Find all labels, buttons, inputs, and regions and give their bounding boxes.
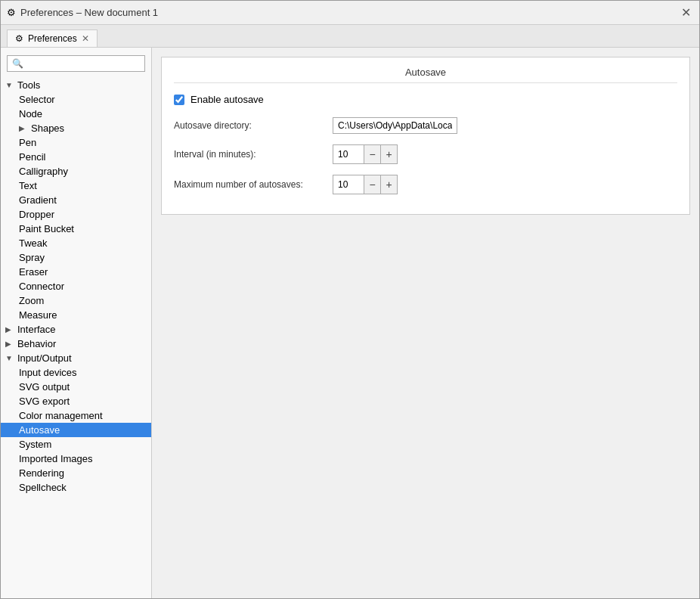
sidebar-item-label-eraser: Eraser <box>19 266 48 278</box>
enable-autosave-checkbox[interactable] <box>174 95 184 105</box>
sidebar-item-label-input-output: Input/Output <box>17 352 72 364</box>
sidebar-item-text[interactable]: Text <box>1 178 151 193</box>
content-area: Autosave Enable autosave Autosave direct… <box>152 48 699 598</box>
interval-decrement-button[interactable]: − <box>364 145 380 163</box>
sidebar-item-svg-export[interactable]: SVG export <box>1 394 151 408</box>
sidebar-item-svg-output[interactable]: SVG output <box>1 380 151 394</box>
sidebar-item-label-gradient: Gradient <box>19 194 57 206</box>
search-box: 🔍 <box>7 55 145 72</box>
sidebar-item-gradient[interactable]: Gradient <box>1 193 151 207</box>
expand-icon-tools: ▼ <box>5 81 14 89</box>
sidebar-item-label-dropper: Dropper <box>19 209 54 220</box>
sidebar-item-selector[interactable]: Selector <box>1 92 151 107</box>
sidebar-item-label-calligraphy: Calligraphy <box>19 166 68 177</box>
sidebar-item-spellcheck[interactable]: Spellcheck <box>1 480 151 495</box>
search-input[interactable] <box>26 58 140 69</box>
sidebar-item-label-rendering: Rendering <box>19 467 64 479</box>
preferences-window: ⚙ Preferences – New document 1 ✕ ⚙ Prefe… <box>0 0 700 599</box>
sidebar-item-label-selector: Selector <box>19 94 55 105</box>
sidebar-item-measure[interactable]: Measure <box>1 308 151 322</box>
autosave-directory-row: Autosave directory: <box>174 117 677 134</box>
sidebar-item-label-spray: Spray <box>19 252 45 263</box>
sidebar-item-label-pencil: Pencil <box>19 151 45 163</box>
sidebar-item-label-system: System <box>19 439 51 450</box>
tab-icon: ⚙ <box>15 33 23 44</box>
sidebar-item-imported-images[interactable]: Imported Images <box>1 452 151 466</box>
interval-row: Interval (in minutes): − + <box>174 144 677 164</box>
sidebar-item-color-management[interactable]: Color management <box>1 408 151 423</box>
sidebar-item-label-spellcheck: Spellcheck <box>19 482 67 493</box>
interval-label: Interval (in minutes): <box>174 149 325 160</box>
sidebar-item-pencil[interactable]: Pencil <box>1 150 151 164</box>
expand-icon-interface: ▶ <box>5 325 14 334</box>
expand-icon-shapes: ▶ <box>19 124 28 132</box>
sidebar-item-label-paint-bucket: Paint Bucket <box>19 223 74 234</box>
max-autosaves-row: Maximum number of autosaves: − + <box>174 175 677 194</box>
max-autosaves-label: Maximum number of autosaves: <box>174 179 325 190</box>
sidebar-item-input-devices[interactable]: Input devices <box>1 365 151 380</box>
app-icon: ⚙ <box>7 7 16 18</box>
sidebar-item-label-tweak: Tweak <box>19 237 48 249</box>
sidebar-item-label-autosave: Autosave <box>19 424 60 436</box>
sidebar-item-label-input-devices: Input devices <box>19 367 77 378</box>
sidebar-item-label-node: Node <box>19 108 42 119</box>
autosave-panel: Autosave Enable autosave Autosave direct… <box>161 57 690 215</box>
sidebar-item-eraser[interactable]: Eraser <box>1 265 151 279</box>
sidebar-item-shapes[interactable]: ▶ Shapes <box>1 121 151 135</box>
sidebar-item-label-interface: Interface <box>17 324 56 335</box>
sidebar-item-label-tools: Tools <box>17 79 40 91</box>
search-icon: 🔍 <box>12 58 23 69</box>
sidebar-item-label-svg-export: SVG export <box>19 396 70 407</box>
sidebar-item-label-imported-images: Imported Images <box>19 453 93 464</box>
sidebar-item-tools[interactable]: ▼ Tools <box>1 78 151 92</box>
sidebar-item-label-text: Text <box>19 180 37 191</box>
sidebar: 🔍 ▼ Tools Selector Node ▶ Shapes Pen <box>1 48 152 598</box>
sidebar-item-dropper[interactable]: Dropper <box>1 207 151 222</box>
section-title: Autosave <box>174 67 677 83</box>
sidebar-item-input-output[interactable]: ▼ Input/Output <box>1 351 151 365</box>
interval-control: − + <box>333 144 398 164</box>
sidebar-item-label-behavior: Behavior <box>17 338 56 349</box>
max-autosaves-input[interactable] <box>333 177 364 192</box>
enable-autosave-row: Enable autosave <box>174 94 677 105</box>
sidebar-item-zoom[interactable]: Zoom <box>1 293 151 308</box>
max-autosaves-decrement-button[interactable]: − <box>364 175 380 194</box>
sidebar-item-connector[interactable]: Connector <box>1 279 151 293</box>
enable-autosave-label: Enable autosave <box>190 94 264 105</box>
sidebar-item-label-svg-output: SVG output <box>19 381 70 393</box>
titlebar: ⚙ Preferences – New document 1 ✕ <box>1 1 699 25</box>
tab-bar: ⚙ Preferences ✕ <box>1 25 699 48</box>
sidebar-item-label-pen: Pen <box>19 137 36 148</box>
sidebar-item-tweak[interactable]: Tweak <box>1 236 151 250</box>
tab-preferences[interactable]: ⚙ Preferences ✕ <box>7 29 98 47</box>
expand-icon-behavior: ▶ <box>5 340 14 348</box>
interval-increment-button[interactable]: + <box>380 145 397 163</box>
sidebar-item-label-zoom: Zoom <box>19 295 44 306</box>
sidebar-item-autosave[interactable]: Autosave <box>1 423 151 437</box>
sidebar-item-label-measure: Measure <box>19 309 57 321</box>
sidebar-item-spray[interactable]: Spray <box>1 250 151 265</box>
autosave-directory-label: Autosave directory: <box>174 120 325 131</box>
main-content: 🔍 ▼ Tools Selector Node ▶ Shapes Pen <box>1 48 699 598</box>
sidebar-item-rendering[interactable]: Rendering <box>1 466 151 480</box>
tab-label: Preferences <box>28 33 77 44</box>
titlebar-left: ⚙ Preferences – New document 1 <box>7 7 158 18</box>
sidebar-item-behavior[interactable]: ▶ Behavior <box>1 337 151 351</box>
sidebar-item-system[interactable]: System <box>1 437 151 452</box>
sidebar-item-label-connector: Connector <box>19 281 64 292</box>
tab-close-button[interactable]: ✕ <box>82 33 89 44</box>
max-autosaves-control: − + <box>333 175 398 194</box>
sidebar-item-pen[interactable]: Pen <box>1 135 151 150</box>
sidebar-item-interface[interactable]: ▶ Interface <box>1 322 151 337</box>
window-title: Preferences – New document 1 <box>20 7 158 18</box>
interval-input[interactable] <box>333 147 364 162</box>
sidebar-item-label-color-management: Color management <box>19 410 103 421</box>
sidebar-item-label-shapes: Shapes <box>31 123 64 134</box>
sidebar-item-node[interactable]: Node <box>1 107 151 121</box>
expand-icon-input-output: ▼ <box>5 354 14 362</box>
sidebar-item-paint-bucket[interactable]: Paint Bucket <box>1 222 151 236</box>
sidebar-item-calligraphy[interactable]: Calligraphy <box>1 164 151 178</box>
autosave-directory-input[interactable] <box>333 117 457 134</box>
max-autosaves-increment-button[interactable]: + <box>380 175 397 194</box>
window-close-button[interactable]: ✕ <box>678 5 693 20</box>
